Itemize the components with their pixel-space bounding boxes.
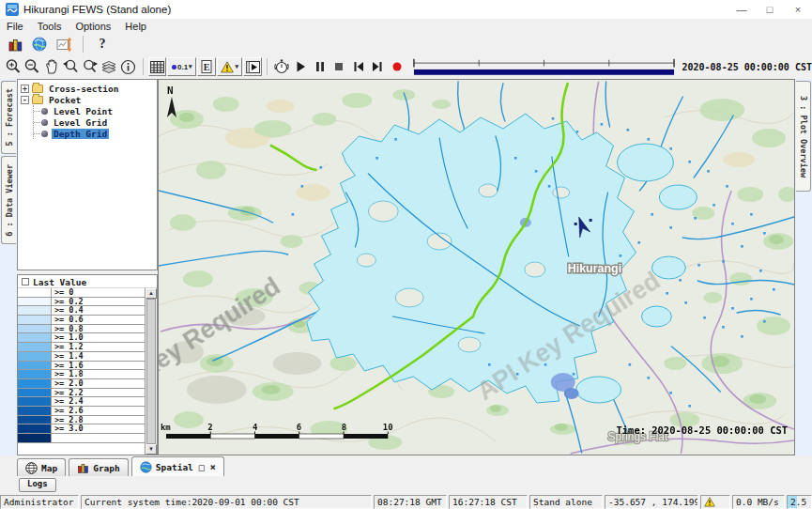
legend-row[interactable]: >= 2.2 [18, 389, 145, 398]
legend-row[interactable]: >= 0 [18, 288, 145, 298]
classification-button[interactable]: E [197, 57, 216, 76]
last-value-checkbox[interactable] [22, 278, 29, 285]
info-button[interactable] [119, 57, 138, 76]
help-button[interactable]: ? [93, 35, 112, 54]
tree-expander-icon[interactable]: + [21, 85, 29, 93]
legend-row[interactable]: >= 3.0 [18, 424, 145, 434]
tab-map-label: Map [41, 463, 57, 473]
animation-timer-icon[interactable] [272, 57, 291, 76]
legend-row[interactable]: >= 2.0 [18, 379, 145, 389]
tab-data-viewer[interactable]: 6 : Data Viewer [1, 156, 16, 244]
step-forward-button[interactable] [368, 57, 387, 76]
record-button[interactable] [388, 57, 406, 76]
tree-item-label[interactable]: Level Grid [52, 117, 109, 128]
pause-button[interactable] [311, 57, 329, 76]
legend-row-label: >= 3.0 [52, 424, 145, 433]
scrollbar-thumb[interactable] [146, 299, 156, 444]
movie-player-button[interactable] [243, 57, 262, 76]
legend-row[interactable]: >= 0.8 [18, 325, 145, 334]
title-bar[interactable]: Hikurangi FEWS (Stand alone) — □ × [0, 0, 812, 19]
tab-forecast-label: 5 : Forecast [5, 88, 14, 146]
tab-forecast[interactable]: 5 : Forecast [1, 81, 16, 154]
toolbar-separator [83, 36, 84, 53]
legend-row[interactable] [18, 434, 145, 443]
tree-item-label-selected[interactable]: Depth Grid [52, 129, 109, 139]
chevron-down-icon: ▾ [189, 63, 192, 70]
filter-tree[interactable]: + Cross-section - Pocket Level Point [17, 79, 158, 270]
legend-row[interactable]: >= 0.2 [18, 298, 145, 307]
tree-item-depth-grid[interactable]: Depth Grid [34, 128, 157, 139]
legend-row[interactable]: >= 2.8 [18, 416, 145, 425]
maximize-button[interactable]: □ [756, 0, 784, 19]
legend-row[interactable]: >= 1.0 [18, 333, 145, 343]
legend-swatch [18, 424, 52, 433]
spatial-map[interactable]: API Key Required API Key Required Hikura… [158, 79, 795, 455]
tab-maximize-icon[interactable]: □ [199, 462, 205, 472]
legend-swatch [18, 352, 52, 361]
warning-triangle-icon [221, 61, 234, 73]
close-button[interactable]: × [784, 0, 812, 19]
step-back-button[interactable] [349, 57, 368, 76]
toolbar-separator [267, 58, 268, 75]
zoom-next-button[interactable] [81, 57, 100, 76]
tab-spatial[interactable]: Spatial □ × [131, 456, 224, 476]
spatial-display-icon[interactable] [54, 35, 73, 54]
status-system-time: Current system time:2020-09-01 00:00 CST [81, 495, 372, 509]
svg-text:km: km [161, 423, 171, 432]
menu-tools[interactable]: Tools [38, 21, 62, 32]
database-icon[interactable] [6, 35, 24, 54]
legend-row[interactable]: >= 0.6 [18, 316, 145, 325]
tab-graph[interactable]: Graph [69, 458, 129, 476]
tree-item-label[interactable]: Level Point [52, 106, 115, 116]
scrollbar-track[interactable] [146, 299, 157, 444]
timeline-slider[interactable] [412, 57, 676, 76]
tree-item-pocket[interactable]: - Pocket [21, 94, 157, 105]
status-warning-cell[interactable] [700, 495, 730, 509]
legend-row-label: >= 2.4 [52, 397, 145, 406]
menu-help[interactable]: Help [125, 21, 146, 32]
legend-scrollbar[interactable]: ▲ ▼ [146, 288, 157, 455]
legend-row[interactable]: >= 0.4 [18, 306, 145, 316]
menu-options[interactable]: Options [75, 21, 111, 32]
legend-row[interactable]: >= 1.4 [18, 352, 145, 362]
logs-button[interactable]: Logs [19, 478, 56, 492]
tree-item-label[interactable]: Cross-section [47, 84, 120, 94]
legend-row-label: >= 0.6 [52, 316, 145, 324]
thresholds-warning-dropdown[interactable]: ▾ [217, 57, 242, 76]
legend-row-label: >= 0.8 [52, 325, 145, 333]
application-window: Hikurangi FEWS (Stand alone) — □ × File … [0, 0, 812, 509]
tree-expander-icon[interactable]: - [21, 96, 29, 104]
tab-plot-overview[interactable]: 3 : Plot Overview [796, 81, 811, 192]
map-canvas[interactable]: API Key Required API Key Required Hikura… [159, 80, 794, 455]
legend-row[interactable]: >= 1.2 [18, 343, 145, 352]
legend-row[interactable]: >= 2.6 [18, 407, 145, 416]
precision-value: 0.1 [177, 63, 188, 71]
scroll-down-icon[interactable]: ▼ [146, 444, 157, 455]
grid-display-button[interactable] [148, 57, 167, 76]
scroll-up-icon[interactable]: ▲ [146, 288, 157, 299]
precision-dropdown[interactable]: 0.1 ▾ [167, 57, 196, 76]
legend-swatch [18, 434, 52, 442]
legend-row[interactable]: >= 1.8 [18, 370, 145, 379]
minimize-button[interactable]: — [728, 0, 756, 19]
status-throughput: 0.0 MB/s [732, 495, 785, 509]
stop-button[interactable] [329, 57, 348, 76]
layers-button[interactable] [100, 57, 119, 76]
map-toolbar: 0.1 ▾ E ▾ [0, 54, 812, 79]
legend-row[interactable]: >= 2.4 [18, 397, 145, 407]
zoom-in-button[interactable] [4, 57, 23, 76]
pan-hand-button[interactable] [42, 57, 61, 76]
tree-item-label[interactable]: Pocket [47, 95, 83, 105]
tab-map[interactable]: Map [17, 458, 66, 476]
tree-item-cross-section[interactable]: + Cross-section [21, 83, 157, 94]
legend-row[interactable]: >= 1.6 [18, 362, 145, 371]
tab-close-icon[interactable]: × [210, 462, 216, 472]
zoom-previous-button[interactable] [62, 57, 81, 76]
tab-data-viewer-label: 6 : Data Viewer [5, 164, 14, 237]
play-button[interactable] [291, 57, 310, 76]
zoom-out-button[interactable] [23, 57, 42, 76]
map-display-icon[interactable] [30, 35, 49, 54]
tree-item-level-grid[interactable]: Level Grid [34, 116, 157, 128]
menu-file[interactable]: File [7, 21, 23, 32]
tree-item-level-point[interactable]: Level Point [34, 105, 157, 116]
